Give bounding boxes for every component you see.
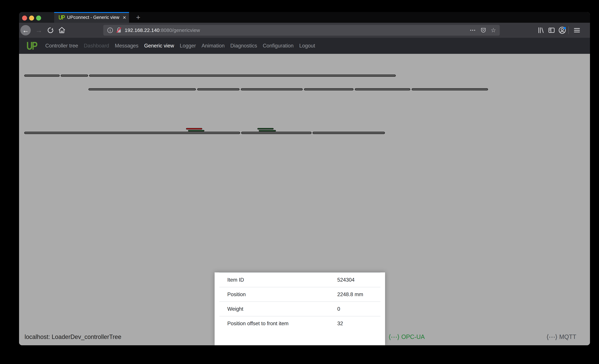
pocket-icon[interactable] [480,27,486,33]
nav-item-controller-tree[interactable]: Controller tree [43,43,81,49]
url-text: 192.168.22.140:8080/genericview [125,27,200,33]
conveyor-segment[interactable] [197,88,239,90]
conveyor-segment[interactable] [89,75,396,77]
opcua-status: ⟨⋯⟩OPC-UA [388,333,425,341]
nav-item-diagnostics[interactable]: Diagnostics [228,43,260,49]
tab-bar: UP UPconnect - Generic view × + [19,12,590,23]
popup-row: Weight0 [219,302,380,316]
popup-row: Item ID524304 [219,272,380,287]
browser-tab[interactable]: UP UPconnect - Generic view × [54,12,129,23]
toolbar-separator [568,27,569,34]
nav-item-logout[interactable]: Logout [297,43,318,49]
account-icon[interactable] [558,25,567,36]
active-tab-indicator [54,12,129,13]
nav-item-configuration[interactable]: Configuration [260,43,296,49]
popup-row-value: 2248.8 mm [337,292,363,297]
url-bar[interactable]: 192.168.22.140:8080/genericview ••• ☆ [103,25,500,36]
window-maximize-button[interactable] [36,16,41,21]
item-details-popup: Item ID524304Position2248.8 mmWeight0Pos… [215,272,385,345]
conveyor-segment[interactable] [313,132,385,134]
conveyor-item[interactable] [257,128,273,130]
nav-item-generic-view[interactable]: Generic view [141,43,177,49]
popup-row-value: 524304 [337,277,354,283]
site-info-icon[interactable] [107,27,113,33]
tab-close-icon[interactable]: × [123,15,126,20]
app-nav-items: Controller treeDashboardMessagesGeneric … [43,43,318,49]
conveyor-item[interactable] [259,130,276,132]
page-actions-icon[interactable]: ••• [470,28,476,32]
url-host: 192.168.22.140 [125,27,160,33]
conveyor-segment[interactable] [24,132,240,134]
conveyor-item[interactable] [188,130,204,132]
new-tab-button[interactable]: + [134,12,142,23]
generic-view-canvas: Item ID524304Position2248.8 mmWeight0Pos… [19,54,590,345]
library-icon[interactable] [536,25,546,36]
home-icon[interactable] [57,25,67,36]
forward-icon[interactable]: → [34,25,44,36]
nav-item-logger[interactable]: Logger [177,43,199,49]
conveyor-segment[interactable] [412,88,488,90]
nav-item-messages[interactable]: Messages [112,43,141,49]
conveyor-item[interactable] [186,128,202,130]
popup-row-value: 32 [337,320,343,327]
controller-status-text: localhost: LoaderDev_controllerTree [25,333,121,340]
back-icon[interactable]: ← [20,25,31,36]
conveyor-segment[interactable] [304,88,353,90]
browser-toolbar: ← → 192.168.22.140:8080/genericview ••• … [19,23,590,38]
conveyor-segment[interactable] [88,88,196,90]
app-logo: UP [26,40,43,52]
window-minimize-button[interactable] [29,16,34,21]
tab-favicon-icon: UP [59,14,64,21]
connection-label: OPC-UA [401,333,425,340]
connection-label: MQTT [559,333,576,340]
popup-row: Position2248.8 mm [219,287,380,302]
conveyor-segment[interactable] [24,75,60,77]
tab-title: UPconnect - Generic view [67,15,119,20]
conveyor-segment[interactable] [61,75,88,77]
nav-item-dashboard: Dashboard [81,43,112,49]
conveyor-segment[interactable] [241,88,303,90]
popup-row: Position offset to front item32 [219,316,380,331]
popup-row-label: Position offset to front item [219,320,289,327]
popup-row-label: Position [219,292,246,297]
sidebar-toggle-icon[interactable] [547,25,556,36]
url-path: :8080/genericview [160,27,200,33]
popup-row-label: Weight [219,306,243,312]
popup-row-value: 0 [337,306,340,312]
conveyor-segment[interactable] [355,88,410,90]
code-brackets-icon: ⟨⋯⟩ [388,333,399,341]
mqtt-status: ⟨⋯⟩MQTT [546,333,576,341]
nav-item-animation[interactable]: Animation [199,43,228,49]
menu-hamburger-icon[interactable] [572,25,581,36]
bookmark-star-icon[interactable]: ☆ [491,27,496,34]
account-notification-dot [564,27,566,29]
popup-row-label: Item ID [219,277,244,283]
insecure-lock-icon[interactable] [116,27,122,34]
reload-icon[interactable] [45,25,55,36]
app-navbar: UP Controller treeDashboardMessagesGener… [19,38,590,54]
window-close-button[interactable] [22,16,27,21]
conveyor-segment[interactable] [241,132,312,134]
code-brackets-icon: ⟨⋯⟩ [546,333,557,341]
browser-window: UP UPconnect - Generic view × + ← → 192.… [19,12,590,345]
